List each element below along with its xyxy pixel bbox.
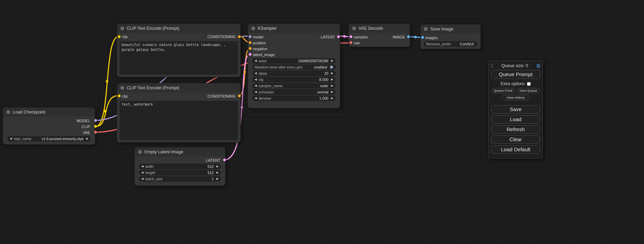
widget-value: ComfyUI xyxy=(460,42,475,46)
drag-handle-icon[interactable]: ⣿ xyxy=(491,64,493,68)
image-output-dot[interactable] xyxy=(407,35,410,38)
samples-input-dot[interactable] xyxy=(349,35,353,38)
widget-value: 1 xyxy=(212,177,215,181)
node-load-checkpoint[interactable]: Load Checkpoint MODEL CLIP VAE ◀ ckpt_na… xyxy=(3,107,95,145)
load-default-button[interactable]: Load Default xyxy=(491,145,540,154)
node-title-bar[interactable]: KSampler xyxy=(248,24,340,33)
collapse-dot-icon[interactable] xyxy=(424,27,427,31)
decrement-arrow-icon[interactable]: ◀ xyxy=(255,91,257,93)
widget-label: steps xyxy=(258,71,267,75)
widget-sampler-name[interactable]: ◀ sampler_name euler ▶ xyxy=(252,83,336,89)
positive-prompt-textarea[interactable]: beautiful scenery nature glass bottle la… xyxy=(120,41,238,75)
negative-input-dot[interactable] xyxy=(248,47,252,50)
node-title-bar[interactable]: Load Checkpoint xyxy=(3,108,95,117)
decrement-arrow-icon[interactable]: ◀ xyxy=(255,84,257,87)
queue-front-button[interactable]: Queue Front xyxy=(491,88,515,93)
save-button[interactable]: Save xyxy=(491,105,540,114)
latent-image-input-dot[interactable] xyxy=(248,53,252,56)
decrement-arrow-icon[interactable]: ◀ xyxy=(255,60,257,62)
node-vae-decode[interactable]: VAE Decode samples IMAGE vae xyxy=(349,24,410,47)
wire-midpoint-dot xyxy=(244,71,246,73)
collapse-dot-icon[interactable] xyxy=(7,110,10,114)
clip-input-label: clip xyxy=(122,94,128,98)
decrement-arrow-icon[interactable]: ◀ xyxy=(141,178,143,180)
extra-options-checkbox[interactable] xyxy=(527,82,531,86)
node-title-bar[interactable]: Save Image xyxy=(421,25,480,34)
conditioning-output-dot[interactable] xyxy=(238,94,241,98)
increment-arrow-icon[interactable]: ▶ xyxy=(217,165,219,168)
collapse-dot-icon[interactable] xyxy=(121,86,124,90)
images-input-dot[interactable] xyxy=(421,36,424,39)
view-queue-button[interactable]: View Queue xyxy=(517,88,540,93)
increment-arrow-icon[interactable]: ▶ xyxy=(331,60,333,62)
vae-input-dot[interactable] xyxy=(349,41,353,44)
clip-input-dot[interactable] xyxy=(117,35,121,38)
widget-value: 156680208700286 xyxy=(298,59,329,63)
clip-input-dot[interactable] xyxy=(117,94,121,98)
queue-prompt-button[interactable]: Queue Prompt xyxy=(491,70,540,79)
clear-button[interactable]: Clear xyxy=(491,135,540,144)
collapse-dot-icon[interactable] xyxy=(121,27,124,30)
decrement-arrow-icon[interactable]: ◀ xyxy=(141,165,143,168)
node-title-bar[interactable]: Empty Latent Image xyxy=(135,147,225,156)
refresh-button[interactable]: Refresh xyxy=(491,125,540,134)
widget-batch-size[interactable]: ◀ batch_size 1 ▶ xyxy=(139,176,221,182)
collapse-dot-icon[interactable] xyxy=(252,27,255,30)
node-clip-text-encode-negative[interactable]: CLIP Text Encode (Prompt) clip CONDITION… xyxy=(117,83,241,143)
increment-arrow-icon[interactable]: ▶ xyxy=(331,78,333,81)
node-title-bar[interactable]: VAE Decode xyxy=(349,24,410,33)
history-row: View History xyxy=(491,95,540,100)
decrement-arrow-icon[interactable]: ◀ xyxy=(141,171,143,174)
decrement-arrow-icon[interactable]: ◀ xyxy=(255,78,257,81)
vae-output-dot[interactable] xyxy=(94,130,97,134)
queue-menu-panel[interactable]: ⣿ Queue size: 0 ⚙ Queue Prompt Extra opt… xyxy=(488,61,543,159)
model-output-dot[interactable] xyxy=(94,119,97,122)
node-title: KSampler xyxy=(258,26,277,31)
widget-cfg[interactable]: ◀ cfg 8.000 ▶ xyxy=(252,77,336,82)
load-button[interactable]: Load xyxy=(491,115,540,124)
node-save-image[interactable]: Save Image images filename_prefix ComfyU… xyxy=(420,24,481,49)
positive-input-dot[interactable] xyxy=(248,41,252,44)
widget-height[interactable]: ◀ height 512 ▶ xyxy=(139,170,221,175)
widget-seed[interactable]: ◀ seed 156680208700286 ▶ xyxy=(252,58,336,64)
node-title: CLIP Text Encode (Prompt) xyxy=(127,85,179,90)
collapse-dot-icon[interactable] xyxy=(138,150,142,154)
model-input-dot[interactable] xyxy=(248,35,252,38)
increment-arrow-icon[interactable]: ▶ xyxy=(331,91,333,93)
increment-arrow-icon[interactable]: ▶ xyxy=(217,171,219,174)
slot-row: CLIP xyxy=(3,124,95,129)
increment-arrow-icon[interactable]: ▶ xyxy=(331,84,333,87)
view-history-button[interactable]: View History xyxy=(501,95,530,100)
widget-scheduler[interactable]: ◀ scheduler normal ▶ xyxy=(252,89,336,95)
widget-steps[interactable]: ◀ steps 20 ▶ xyxy=(252,71,336,76)
clip-output-label: CLIP xyxy=(82,125,90,129)
increment-arrow-icon[interactable]: ▶ xyxy=(217,178,219,180)
settings-gear-icon[interactable]: ⚙ xyxy=(536,63,541,69)
increment-arrow-icon[interactable]: ▶ xyxy=(86,137,88,140)
widget-filename-prefix[interactable]: filename_prefix ComfyUI xyxy=(424,41,477,47)
collapse-dot-icon[interactable] xyxy=(352,27,356,30)
widget-label: seed xyxy=(258,59,266,63)
conditioning-output-dot[interactable] xyxy=(238,35,241,38)
node-empty-latent-image[interactable]: Empty Latent Image LATENT ◀ width 512 ▶ … xyxy=(134,147,226,186)
decrement-arrow-icon[interactable]: ◀ xyxy=(255,72,257,75)
node-clip-text-encode-positive[interactable]: CLIP Text Encode (Prompt) clip CONDITION… xyxy=(117,24,241,77)
widget-random-seed-toggle[interactable]: Random seed after every gen enabled xyxy=(252,64,336,70)
node-title-bar[interactable]: CLIP Text Encode (Prompt) xyxy=(117,83,240,92)
node-ksampler[interactable]: KSampler model LATENT positive negative … xyxy=(248,24,340,108)
negative-prompt-textarea[interactable]: text, watermark xyxy=(120,101,238,140)
decrement-arrow-icon[interactable]: ◀ xyxy=(10,137,12,140)
comfyui-canvas[interactable]: { "colors": { "model": "#B39DDB", "clip"… xyxy=(0,0,644,244)
increment-arrow-icon[interactable]: ▶ xyxy=(331,97,333,100)
clip-output-dot[interactable] xyxy=(94,125,97,128)
node-title-bar[interactable]: CLIP Text Encode (Prompt) xyxy=(117,24,240,33)
widget-ckpt-name[interactable]: ◀ ckpt_name v1-5-pruned-emaonly.ckpt ▶ xyxy=(7,136,91,142)
widget-width[interactable]: ◀ width 512 ▶ xyxy=(139,164,221,169)
latent-output-dot[interactable] xyxy=(337,35,340,38)
latent-output-dot[interactable] xyxy=(223,158,226,162)
toggle-knob[interactable] xyxy=(330,65,333,69)
increment-arrow-icon[interactable]: ▶ xyxy=(331,72,333,75)
widget-denoise[interactable]: ◀ denoise 1.000 ▶ xyxy=(252,96,336,101)
widget-value: enabled xyxy=(314,65,328,69)
decrement-arrow-icon[interactable]: ◀ xyxy=(255,97,257,100)
